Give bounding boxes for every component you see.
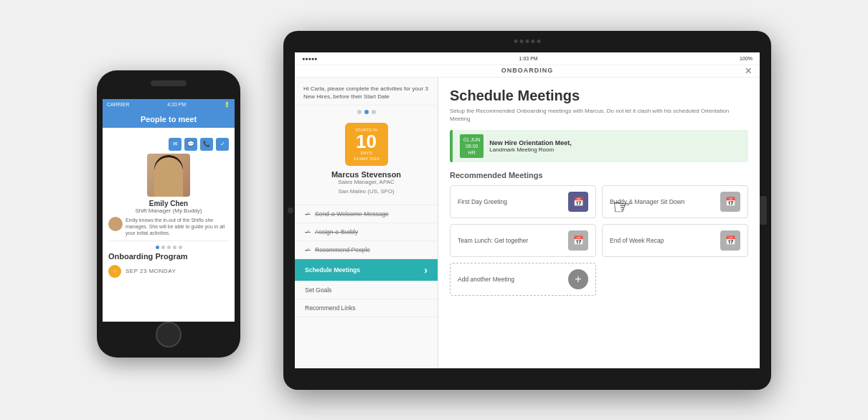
tablet-frame: ●●●●● 1:03 PM 100% ONBOARDING ✕ Hi Carla… (283, 31, 771, 390)
tablet-device: ●●●●● 1:03 PM 100% ONBOARDING ✕ Hi Carla… (283, 31, 771, 390)
check-icon-buddy: ✓ (305, 228, 311, 235)
profile-location: San Mateo (US, SFO) (338, 188, 394, 195)
tablet-status-bar: ●●●●● 1:03 PM 100% (295, 52, 760, 65)
tablet-title-bar: ONBOARDING ✕ (295, 65, 760, 78)
phone-action-icons: ✉ 💬 📞 ✓ (169, 138, 229, 151)
phone-task-icon[interactable]: ✓ (216, 138, 229, 151)
meeting-item-4: End of Week Recap 📅 (602, 224, 748, 257)
add-meeting-item: Add another Meeting + (450, 263, 596, 296)
main-description: Setup the Recommended Onboarding meeting… (450, 107, 748, 123)
phone-time: 4:20 PM (167, 102, 186, 107)
sidebar-nav: ✓ Send-a-Welcome-Message ✓ Assign-a-Budd… (295, 205, 438, 368)
phone-battery: 🔋 (224, 102, 230, 108)
orientation-info: New Hire Orientation Meet, Landmark Meet… (489, 139, 572, 153)
sidebar-item-meetings[interactable]: Schedule Meetings (295, 259, 438, 281)
phone-frame: CARRIER 4:20 PM 🔋 People to meet ✉ 💬 📞 ✓ (97, 70, 240, 358)
dot-1 (156, 246, 159, 249)
main-title: Schedule Meetings (450, 88, 748, 104)
avatar-face (154, 157, 183, 197)
calendar-icon-4: 📅 (725, 235, 736, 246)
calendar-icon-2: 📅 (725, 197, 736, 207)
tablet-status-dots: ●●●●● (302, 56, 317, 61)
sdot-3 (372, 110, 376, 114)
countdown-unit: DAYS (361, 151, 372, 155)
meeting-item-1: First Day Greeting 📅 ☞ (450, 185, 596, 218)
sidebar-item-goals[interactable]: Set Goals (295, 281, 438, 299)
meeting-label-1: First Day Greeting (458, 198, 507, 205)
phone-call-icon[interactable]: 📞 (200, 138, 213, 151)
dot-4 (173, 246, 176, 249)
meeting-item-3: Team Lunch: Get together 📅 (450, 224, 596, 257)
dot-d (532, 39, 535, 43)
phone-header-title: People to meet (108, 115, 229, 123)
meeting-cal-btn-4[interactable]: 📅 (720, 230, 740, 251)
check-icon-people: ✓ (305, 246, 311, 253)
phone-message-icon[interactable]: ✉ (169, 138, 181, 151)
add-meeting-button[interactable]: + (568, 269, 588, 289)
program-icon: ○ (108, 265, 121, 278)
dot-2 (161, 246, 165, 249)
phone-status-bar: CARRIER 4:20 PM 🔋 (103, 99, 235, 111)
orientation-card: 01 JUN 09:00 HR New Hire Orientation Mee… (450, 130, 748, 162)
program-date: SEP 23 MONDAY (126, 268, 176, 274)
meeting-cal-btn-1[interactable]: 📅 (568, 192, 588, 212)
tablet-body: Hi Carla, please complete the activities… (295, 78, 760, 368)
close-button[interactable]: ✕ (745, 66, 753, 76)
meeting-label-3: Team Lunch: Get together (458, 237, 528, 244)
dot-3 (167, 246, 171, 249)
sidebar-item-links[interactable]: Recommend Links (295, 299, 438, 317)
sidebar-label-buddy: Assign-a-Buddy (315, 228, 358, 235)
desc-avatar (108, 217, 123, 231)
add-meeting-label: Add another Meeting (458, 276, 514, 283)
tablet-top-dots (514, 39, 541, 43)
sidebar-profile: STARTS IN 10 DAYS 14 MAY 2014 Marcus Ste… (295, 118, 438, 205)
sidebar-item-welcome[interactable]: ✓ Send-a-Welcome-Message (295, 205, 438, 223)
tablet-battery: 100% (740, 56, 753, 61)
sidebar-label-links: Recommend Links (305, 304, 355, 312)
tablet-time: 1:03 PM (519, 56, 538, 61)
phone-person-card: ✉ 💬 📞 ✓ Emily Chen Shift Manager (My Bud… (108, 134, 229, 241)
person-name: Emily Chen (149, 200, 188, 207)
check-icon-welcome: ✓ (305, 210, 311, 218)
meeting-label-2: Buddy & Manager Sit Down (610, 198, 684, 205)
phone-content: ✉ 💬 📞 ✓ Emily Chen Shift Manager (My Bud… (103, 128, 235, 322)
phone-chat-icon[interactable]: 💬 (184, 138, 197, 151)
person-description: Emily knows the in-out of the Shifts she… (108, 217, 229, 236)
dot-c (526, 39, 529, 43)
sidebar-item-people[interactable]: ✓ Recommend People (295, 241, 438, 259)
meeting-label-4: End of Week Recap (610, 237, 664, 244)
tablet-side-button[interactable] (760, 196, 767, 225)
meetings-grid: First Day Greeting 📅 ☞ Buddy & Manager S… (450, 185, 748, 296)
avatar (147, 154, 190, 197)
profile-role: Sales Manager, APAC (338, 179, 395, 185)
phone-header: People to meet (103, 111, 235, 128)
countdown-widget: STARTS IN 10 DAYS 14 MAY 2014 (345, 123, 388, 166)
phone-program-section: Onboarding Program ○ SEP 23 MONDAY (108, 252, 229, 278)
phone-device: CARRIER 4:20 PM 🔋 People to meet ✉ 💬 📞 ✓ (97, 70, 240, 358)
tablet-sidebar: Hi Carla, please complete the activities… (295, 78, 438, 368)
meeting-item-2: Buddy & Manager Sit Down 📅 (602, 185, 748, 218)
sdot-1 (357, 110, 362, 114)
phone-dots (108, 246, 229, 249)
sdot-2 (364, 110, 369, 114)
person-role: Shift Manager (My Buddy) (136, 207, 202, 214)
meeting-cal-btn-3[interactable]: 📅 (568, 230, 588, 251)
phone-carrier: CARRIER (107, 102, 130, 107)
sidebar-label-goals: Set Goals (305, 286, 331, 294)
app-title: ONBOARDING (501, 67, 554, 74)
calendar-icon-1: 📅 (573, 197, 584, 207)
sidebar-label-meetings: Schedule Meetings (305, 266, 360, 274)
profile-name: Marcus Stevenson (331, 170, 401, 179)
meeting-cal-btn-2[interactable]: 📅 (720, 192, 740, 212)
program-section-title: Onboarding Program (108, 252, 229, 261)
orientation-event-name: New Hire Orientation Meet, (489, 139, 572, 146)
calendar-icon-3: 📅 (573, 235, 584, 246)
sidebar-intro: Hi Carla, please complete the activities… (295, 78, 438, 106)
dot-a (514, 39, 518, 43)
sidebar-label-welcome: Send-a-Welcome-Message (315, 210, 389, 218)
dot-e (537, 39, 541, 43)
dot-b (520, 39, 524, 43)
dot-5 (179, 246, 182, 249)
sidebar-label-people: Recommend People (315, 246, 370, 253)
sidebar-item-buddy[interactable]: ✓ Assign-a-Buddy (295, 223, 438, 241)
